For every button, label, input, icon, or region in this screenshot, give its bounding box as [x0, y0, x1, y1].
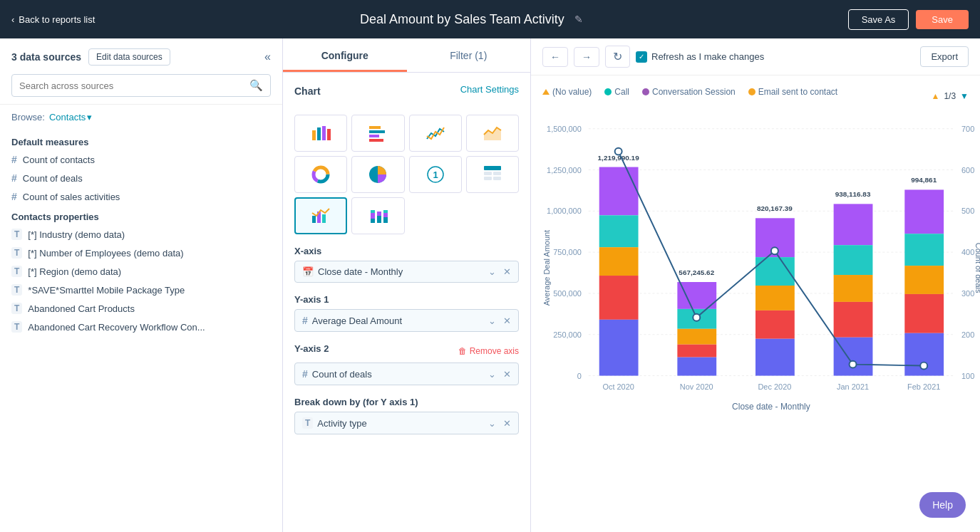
contacts-props-title: Contacts properties: [0, 206, 282, 225]
yaxis2-clear-icon[interactable]: ✕: [503, 369, 511, 380]
hash-icon-yaxis1: #: [302, 315, 308, 326]
browse-value: Contacts: [49, 112, 86, 122]
browse-contacts-dropdown[interactable]: Contacts ▾: [49, 112, 92, 122]
default-measures-title: Default measures: [0, 131, 282, 150]
type-icon-breakdown: T: [302, 417, 313, 429]
save-as-button[interactable]: Save As: [848, 9, 909, 30]
sidebar-top: 3 data sources Edit data sources « 🔍: [0, 38, 282, 105]
svg-rect-68: [755, 286, 795, 311]
report-title: Deal Amount by Sales Team Activity: [360, 12, 564, 27]
svg-text:567,245.62: 567,245.62: [679, 268, 714, 276]
yaxis2-select[interactable]: # Count of deals ⌄ ✕: [294, 363, 519, 385]
breakdown-clear-icon[interactable]: ✕: [503, 418, 511, 429]
chart-settings-link[interactable]: Chart Settings: [460, 84, 519, 95]
chart-type-number[interactable]: 1: [409, 156, 462, 193]
legend-call-label: Call: [614, 87, 629, 97]
report-title-group: Deal Amount by Sales Team Activity ✎: [360, 12, 583, 27]
back-button[interactable]: ‹ Back to reports list: [11, 14, 95, 25]
yaxis2-value: Count of deals: [312, 369, 484, 380]
yaxis1-value: Average Deal Amount: [312, 315, 484, 326]
panel-content: Chart Chart Settings: [283, 73, 530, 532]
chart-type-donut[interactable]: [294, 156, 347, 193]
main-layout: 3 data sources Edit data sources « 🔍 Bro…: [0, 38, 980, 532]
prop-region[interactable]: T [*] Region (demo data): [0, 262, 282, 281]
svg-text:Oct 2020: Oct 2020: [602, 382, 634, 391]
svg-rect-70: [755, 339, 795, 376]
yaxis1-label: Y-axis 1: [294, 294, 519, 305]
breakdown-chevron-icon: ⌄: [488, 418, 496, 429]
pagination-down-icon[interactable]: ▼: [960, 91, 969, 101]
tab-filter[interactable]: Filter (1): [407, 38, 531, 72]
prop-industry[interactable]: T [*] Industry (demo data): [0, 225, 282, 244]
legend-call: Call: [604, 87, 629, 97]
svg-rect-80: [904, 266, 944, 294]
svg-rect-55: [599, 215, 639, 247]
measure-count-sales-activities[interactable]: # Count of sales activities: [0, 187, 282, 206]
svg-text:100: 100: [961, 372, 974, 380]
svg-text:820,167.39: 820,167.39: [757, 204, 793, 212]
measure-count-deals[interactable]: # Count of deals: [0, 169, 282, 187]
chart-section-label: Chart: [294, 85, 321, 97]
svg-rect-74: [834, 275, 873, 302]
prop-smarttel[interactable]: T *SAVE*Smarttel Mobile Package Type: [0, 281, 282, 299]
tab-configure[interactable]: Configure: [283, 38, 407, 72]
redo-button[interactable]: →: [574, 47, 599, 67]
xaxis-label: X-axis: [294, 246, 519, 256]
middle-panel: Configure Filter (1) Chart Chart Setting…: [283, 38, 531, 532]
search-icon: 🔍: [249, 79, 263, 92]
chart-type-hbar[interactable]: [351, 115, 404, 152]
prop-employees[interactable]: T [*] Number of Employees (demo data): [0, 244, 282, 262]
svg-rect-54: [599, 167, 639, 216]
svg-rect-22: [322, 214, 326, 223]
svg-rect-5: [369, 130, 385, 133]
legend-conversation: Conversation Session: [642, 87, 736, 97]
undo-button[interactable]: ←: [542, 47, 568, 67]
svg-text:994,861: 994,861: [911, 176, 937, 184]
chart-type-area[interactable]: [466, 115, 519, 152]
refresh-checkbox[interactable]: ✓: [636, 51, 647, 63]
svg-rect-20: [312, 216, 316, 223]
edit-data-sources-button[interactable]: Edit data sources: [88, 48, 170, 66]
remove-axis-button[interactable]: 🗑 Remove axis: [458, 346, 519, 356]
xaxis-clear-icon[interactable]: ✕: [503, 266, 511, 277]
yaxis1-select[interactable]: # Average Deal Amount ⌄ ✕: [294, 309, 519, 332]
svg-rect-26: [377, 216, 381, 223]
prop-abandoned-cart-recovery[interactable]: T Abandoned Cart Recovery Workflow Con..…: [0, 318, 282, 336]
svg-text:Jan 2021: Jan 2021: [837, 382, 869, 391]
chart-type-line[interactable]: [409, 115, 462, 152]
type-icon-region: T: [11, 266, 22, 277]
svg-rect-69: [755, 311, 795, 339]
chart-type-table[interactable]: [466, 156, 519, 193]
measure-label-deals: Count of deals: [23, 173, 83, 184]
refresh-button[interactable]: ↻: [605, 46, 630, 68]
breakdown-select[interactable]: T Activity type ⌄ ✕: [294, 412, 519, 434]
svg-text:1: 1: [433, 169, 438, 180]
svg-rect-19: [493, 177, 501, 180]
edit-title-icon[interactable]: ✎: [574, 14, 583, 25]
search-input[interactable]: [19, 80, 249, 91]
legend-no-value: (No value): [542, 87, 592, 97]
svg-rect-28: [383, 217, 388, 223]
search-box: 🔍: [11, 74, 271, 97]
chart-type-bar-stacked[interactable]: [351, 197, 404, 234]
type-icon-smarttel: T: [11, 284, 22, 296]
yaxis1-section: Y-axis 1 # Average Deal Amount ⌄ ✕: [294, 294, 519, 332]
yaxis1-clear-icon[interactable]: ✕: [503, 315, 511, 326]
chart-type-combo[interactable]: [294, 197, 347, 234]
measure-count-contacts[interactable]: # Count of contacts: [0, 150, 282, 169]
chart-type-bar[interactable]: [294, 115, 347, 152]
save-button[interactable]: Save: [916, 10, 969, 29]
svg-rect-2: [322, 126, 326, 140]
hash-icon-yaxis2: #: [302, 368, 308, 380]
collapse-sidebar-icon[interactable]: «: [264, 51, 271, 63]
chart-type-pie[interactable]: [351, 156, 404, 193]
svg-rect-75: [834, 302, 873, 338]
chart-svg: 1,500,000 1,250,000 1,000,000 750,000 50…: [542, 111, 969, 453]
breakdown-label: Break down by (for Y axis 1): [294, 397, 519, 407]
help-button[interactable]: Help: [919, 492, 966, 518]
prop-abandoned-cart[interactable]: T Abandoned Cart Products: [0, 299, 282, 318]
xaxis-select[interactable]: 📅 Close date - Monthly ⌄ ✕: [294, 261, 519, 283]
export-button[interactable]: Export: [920, 46, 969, 67]
svg-rect-63: [677, 345, 716, 358]
prop-label-abandoned-cart: Abandoned Cart Products: [28, 303, 135, 314]
